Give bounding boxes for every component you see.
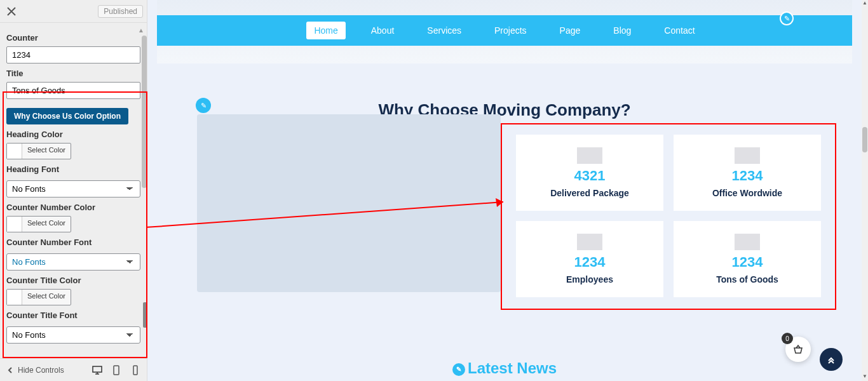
sidebar-footer: Hide Controls xyxy=(0,358,147,381)
title-label: Title xyxy=(6,69,140,78)
nav-home[interactable]: Home xyxy=(306,22,345,39)
counter-card: 1234 Office Wordwide xyxy=(674,135,821,211)
counter-number-color-picker[interactable]: Select Color xyxy=(6,216,71,232)
package-icon xyxy=(577,147,602,164)
color-swatch xyxy=(7,290,22,305)
counter-value: 1234 xyxy=(574,254,606,271)
counter-card: 1234 Tons of Goods xyxy=(674,221,821,297)
counter-card: 4321 Delivered Package xyxy=(516,135,663,211)
color-swatch xyxy=(7,144,22,159)
scroll-top-button[interactable] xyxy=(820,348,843,371)
nav-projects[interactable]: Projects xyxy=(487,22,534,39)
edit-news-icon[interactable]: ✎ xyxy=(452,363,465,376)
preview-pane: Home About Services Projects Page Blog C… xyxy=(147,0,862,381)
counter-value: 4321 xyxy=(574,168,606,184)
publish-button[interactable]: Published xyxy=(98,5,143,18)
scroll-down-arrow[interactable]: ▼ xyxy=(862,373,868,381)
title-input[interactable] xyxy=(6,82,140,99)
svg-rect-0 xyxy=(93,366,102,372)
select-color-text: Select Color xyxy=(22,144,71,159)
edit-nav-icon[interactable]: ✎ xyxy=(780,11,794,25)
customizer-sidebar: Published ▲ Counter Title Why Choose Us … xyxy=(0,0,147,381)
heading-font-select[interactable]: No Fonts xyxy=(6,180,140,197)
collapse-left-icon xyxy=(6,366,14,374)
svg-rect-1 xyxy=(114,366,119,375)
device-preview-icons xyxy=(92,365,140,375)
scrollbar-thumb[interactable] xyxy=(862,127,867,152)
svg-rect-2 xyxy=(133,366,137,375)
counter-card: 1234 Employees xyxy=(516,221,663,297)
color-option-header: Why Choose Us Color Option xyxy=(6,108,128,124)
select-color-text: Select Color xyxy=(22,217,71,232)
heading-font-label: Heading Font xyxy=(6,164,140,174)
color-swatch xyxy=(7,217,22,232)
cart-count-badge: 0 xyxy=(782,333,793,344)
page-scrollbar[interactable]: ▲ ▼ xyxy=(862,0,868,381)
scroll-up-arrow[interactable]: ▲ xyxy=(862,0,868,8)
counter-title: Tons of Goods xyxy=(716,274,778,284)
counter-grid: 4321 Delivered Package 1234 Office Wordw… xyxy=(516,135,821,297)
counter-label: Counter xyxy=(6,33,140,43)
main-navbar: Home About Services Projects Page Blog C… xyxy=(157,15,852,46)
counter-title: Delivered Package xyxy=(550,188,629,198)
sidebar-header: Published xyxy=(0,0,147,23)
nav-blog[interactable]: Blog xyxy=(606,22,639,39)
sidebar-scrollbar[interactable] xyxy=(140,23,147,358)
nav-contact[interactable]: Contact xyxy=(656,22,702,39)
sidebar-body: ▲ Counter Title Why Choose Us Color Opti… xyxy=(0,23,147,358)
counter-number-font-select[interactable]: No Fonts xyxy=(6,253,140,271)
nav-about[interactable]: About xyxy=(363,22,402,39)
counter-value: 1234 xyxy=(732,254,763,271)
hide-controls-button[interactable]: Hide Controls xyxy=(6,366,64,375)
counter-value: 1234 xyxy=(732,168,763,184)
basket-icon xyxy=(792,344,804,355)
heading-color-label: Heading Color xyxy=(6,130,140,139)
counter-number-font-label: Counter Number Font xyxy=(6,237,140,247)
chevron-up-icon xyxy=(827,355,836,364)
boxes-icon xyxy=(735,234,760,250)
close-icon xyxy=(7,7,16,16)
counter-title-font-select[interactable]: No Fonts xyxy=(6,326,140,344)
counter-title: Office Wordwide xyxy=(712,188,782,198)
close-button[interactable] xyxy=(4,4,19,19)
section-image-placeholder xyxy=(197,114,501,292)
people-icon xyxy=(577,234,602,250)
counter-title-font-label: Counter Title Font xyxy=(6,311,140,320)
counter-input[interactable] xyxy=(6,46,140,64)
scrollbar-thumb[interactable] xyxy=(142,36,147,188)
building-icon xyxy=(735,147,760,164)
select-color-text: Select Color xyxy=(22,290,71,305)
latest-news-heading: ✎Latest News xyxy=(147,359,862,377)
nav-page[interactable]: Page xyxy=(552,22,588,39)
mobile-icon[interactable] xyxy=(130,365,140,375)
counter-title-color-label: Counter Title Color xyxy=(6,276,140,285)
tablet-icon[interactable] xyxy=(111,365,121,375)
nav-services[interactable]: Services xyxy=(419,22,469,39)
desktop-icon[interactable] xyxy=(92,365,102,375)
heading-color-picker[interactable]: Select Color xyxy=(6,143,71,159)
counter-number-color-label: Counter Number Color xyxy=(6,203,140,212)
cart-button[interactable]: 0 xyxy=(785,337,811,362)
counter-title-color-picker[interactable]: Select Color xyxy=(6,289,71,305)
counter-title: Employees xyxy=(566,274,613,284)
